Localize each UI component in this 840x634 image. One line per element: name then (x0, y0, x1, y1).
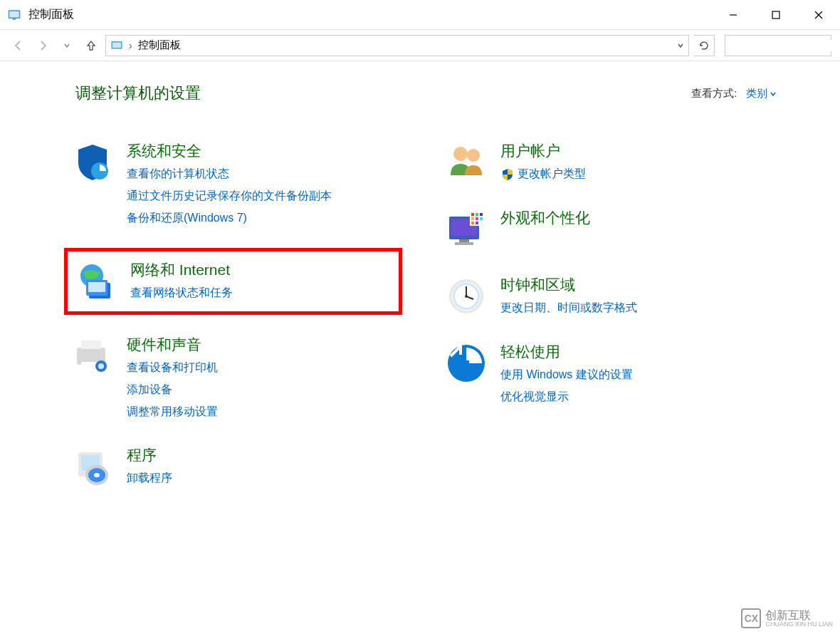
back-button[interactable] (9, 36, 28, 56)
svg-rect-35 (476, 217, 478, 220)
svg-point-20 (98, 363, 104, 369)
svg-point-26 (453, 147, 468, 161)
svg-rect-34 (471, 217, 474, 220)
content-header: 调整计算机的设置 查看方式: 类别 (64, 83, 776, 104)
watermark: CX 创新互联 CHUANG XIN HU LIAN (741, 608, 833, 628)
svg-rect-17 (81, 341, 101, 349)
svg-rect-40 (455, 242, 473, 245)
right-column: 用户帐户 更改帐户类型 (438, 137, 776, 492)
category-link[interactable]: 查看你的计算机状态 (127, 164, 332, 183)
svg-point-47 (465, 295, 468, 298)
category-title[interactable]: 外观和个性化 (500, 208, 590, 228)
window-controls (712, 0, 840, 30)
left-column: 系统和安全 查看你的计算机状态 通过文件历史记录保存你的文件备份副本 备份和还原… (64, 137, 402, 492)
search-input[interactable] (730, 40, 840, 51)
globe-icon (75, 260, 117, 303)
category-title[interactable]: 网络和 Internet (130, 260, 233, 280)
category-network-internet: 网络和 Internet 查看网络状态和任务 (64, 248, 402, 315)
breadcrumb-separator: › (129, 40, 132, 51)
shield-icon (71, 141, 114, 184)
up-button[interactable] (81, 36, 101, 56)
view-by-label: 查看方式: (691, 87, 737, 99)
category-title[interactable]: 程序 (127, 445, 172, 465)
category-title[interactable]: 轻松使用 (500, 342, 633, 362)
svg-rect-37 (471, 222, 474, 224)
svg-rect-36 (480, 217, 483, 220)
close-button[interactable] (797, 0, 840, 30)
svg-rect-32 (476, 213, 478, 216)
watermark-main: 创新互联 (765, 610, 833, 621)
category-link[interactable]: 查看设备和打印机 (127, 358, 218, 377)
category-link[interactable]: 备份和还原(Windows 7) (127, 208, 332, 227)
address-dropdown-icon[interactable] (677, 40, 684, 51)
svg-rect-38 (476, 222, 478, 224)
printer-icon (71, 335, 114, 378)
watermark-sub: CHUANG XIN HU LIAN (765, 621, 833, 628)
forward-button[interactable] (33, 36, 53, 56)
category-link[interactable]: 查看网络状态和任务 (130, 283, 233, 302)
svg-rect-4 (772, 11, 779, 19)
svg-rect-33 (480, 213, 483, 216)
search-box[interactable] (725, 35, 831, 56)
svg-rect-39 (459, 239, 469, 242)
uac-shield-icon (500, 167, 515, 182)
category-link[interactable]: 调整常用移动设置 (127, 402, 218, 421)
category-programs: 程序 卸载程序 (64, 441, 402, 492)
category-link[interactable]: 优化视觉显示 (500, 387, 633, 406)
refresh-button[interactable] (693, 35, 715, 56)
category-ease-of-access: 轻松使用 使用 Windows 建议的设置 优化视觉显示 (438, 338, 776, 410)
category-link[interactable]: 更改日期、时间或数字格式 (500, 298, 637, 317)
svg-point-27 (467, 149, 480, 162)
category-link[interactable]: 卸载程序 (127, 468, 172, 487)
svg-rect-2 (13, 19, 16, 20)
minimize-button[interactable] (712, 0, 755, 30)
category-columns: 系统和安全 查看你的计算机状态 通过文件历史记录保存你的文件备份副本 备份和还原… (64, 137, 776, 492)
svg-rect-49 (463, 360, 469, 366)
category-link[interactable]: 通过文件历史记录保存你的文件备份副本 (127, 186, 332, 205)
view-by-dropdown[interactable]: 类别 (746, 87, 776, 99)
disc-icon (71, 445, 114, 488)
svg-rect-1 (9, 11, 19, 17)
category-user-accounts: 用户帐户 更改帐户类型 (438, 137, 776, 188)
page-title: 调整计算机的设置 (75, 83, 201, 104)
svg-rect-8 (112, 42, 121, 48)
ease-icon (445, 342, 488, 385)
navbar: › 控制面板 (0, 30, 840, 61)
svg-rect-31 (471, 213, 474, 216)
category-hardware-sound: 硬件和声音 查看设备和打印机 添加设备 调整常用移动设置 (64, 331, 402, 426)
category-title[interactable]: 时钟和区域 (500, 275, 637, 295)
titlebar: 控制面板 (0, 0, 840, 30)
history-dropdown-button[interactable] (57, 36, 77, 56)
svg-point-25 (94, 473, 100, 477)
category-title[interactable]: 硬件和声音 (127, 335, 218, 355)
address-bar[interactable]: › 控制面板 (105, 35, 689, 56)
category-title[interactable]: 用户帐户 (500, 141, 586, 161)
category-link[interactable]: 更改帐户类型 (500, 164, 586, 183)
watermark-logo: CX (741, 608, 761, 628)
category-link[interactable]: 添加设备 (127, 380, 218, 399)
desktop-icon (445, 208, 488, 251)
category-clock-region: 时钟和区域 更改日期、时间或数字格式 (438, 271, 776, 322)
users-icon (445, 141, 488, 184)
control-panel-small-icon (110, 39, 123, 52)
category-link[interactable]: 使用 Windows 建议的设置 (500, 365, 633, 384)
category-title[interactable]: 系统和安全 (127, 141, 332, 161)
maximize-button[interactable] (755, 0, 797, 30)
control-panel-icon (7, 8, 21, 22)
content-area: 调整计算机的设置 查看方式: 类别 系统和安全 查看你的计算机状态 通过文件历史… (0, 61, 840, 514)
clock-icon (445, 275, 488, 318)
window-title: 控制面板 (28, 7, 74, 22)
category-appearance: 外观和个性化 (438, 204, 776, 255)
category-system-security: 系统和安全 查看你的计算机状态 通过文件历史记录保存你的文件备份副本 备份和还原… (64, 137, 402, 232)
svg-rect-15 (88, 282, 105, 292)
view-by-control: 查看方式: 类别 (691, 87, 776, 100)
breadcrumb-item[interactable]: 控制面板 (138, 38, 181, 52)
